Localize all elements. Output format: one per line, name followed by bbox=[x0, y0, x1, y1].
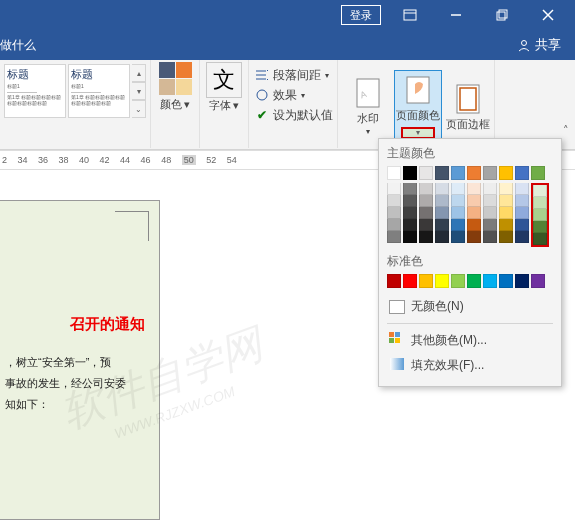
color-swatch[interactable] bbox=[419, 274, 433, 288]
color-swatch[interactable] bbox=[387, 183, 401, 195]
color-swatch[interactable] bbox=[483, 166, 497, 180]
effects-button[interactable]: 效果▾ bbox=[255, 86, 333, 104]
paragraph-spacing-button[interactable]: 段落间距▾ bbox=[255, 66, 333, 84]
color-swatch[interactable] bbox=[403, 231, 417, 243]
color-swatch[interactable] bbox=[419, 207, 433, 219]
color-swatch[interactable] bbox=[451, 207, 465, 219]
color-swatch[interactable] bbox=[451, 231, 465, 243]
color-swatch[interactable] bbox=[483, 207, 497, 219]
color-swatch[interactable] bbox=[499, 183, 513, 195]
watermark-button[interactable]: A 水印▾ bbox=[344, 74, 392, 137]
color-swatch[interactable] bbox=[467, 166, 481, 180]
color-swatch[interactable] bbox=[515, 274, 529, 288]
color-swatch[interactable] bbox=[403, 207, 417, 219]
color-swatch[interactable] bbox=[467, 231, 481, 243]
style-item-2[interactable]: 标题 标题1——————第1章 标题标题标题标题标题标题标题标题 bbox=[68, 64, 130, 118]
color-swatch[interactable] bbox=[515, 166, 529, 180]
style-up-button[interactable]: ▴ bbox=[132, 64, 146, 82]
color-swatch[interactable] bbox=[403, 219, 417, 231]
color-swatch[interactable] bbox=[533, 233, 547, 245]
color-swatch[interactable] bbox=[533, 185, 547, 197]
color-swatch[interactable] bbox=[483, 183, 497, 195]
styles-gallery[interactable]: 标题 标题1——————第1章 标题标题标题标题标题标题标题标题 标题 标题1—… bbox=[0, 60, 151, 148]
theme-fonts-button[interactable]: 文 字体▾ bbox=[204, 62, 244, 113]
color-swatch[interactable] bbox=[435, 195, 449, 207]
color-swatch[interactable] bbox=[483, 231, 497, 243]
color-swatch[interactable] bbox=[387, 207, 401, 219]
restore-button[interactable] bbox=[479, 0, 525, 30]
svg-rect-3 bbox=[497, 12, 505, 20]
color-swatch[interactable] bbox=[387, 231, 401, 243]
ribbon-display-button[interactable] bbox=[387, 0, 433, 30]
style-down-button[interactable]: ▾ bbox=[132, 82, 146, 100]
color-swatch[interactable] bbox=[499, 195, 513, 207]
color-swatch[interactable] bbox=[403, 183, 417, 195]
page-border-button[interactable]: 页面边框 bbox=[444, 80, 492, 130]
set-default-button[interactable]: ✔ 设为默认值 bbox=[255, 106, 333, 124]
color-swatch[interactable] bbox=[451, 219, 465, 231]
color-swatch[interactable] bbox=[533, 197, 547, 209]
color-swatch[interactable] bbox=[499, 219, 513, 231]
collapse-ribbon-button[interactable]: ˄ bbox=[563, 124, 569, 137]
color-swatch[interactable] bbox=[451, 183, 465, 195]
color-swatch[interactable] bbox=[499, 231, 513, 243]
color-swatch[interactable] bbox=[451, 274, 465, 288]
document-page[interactable]: 召开的通知 ，树立“安全第一”，预 事故的发生，经公司安委 知如下： bbox=[0, 200, 160, 520]
color-swatch[interactable] bbox=[435, 231, 449, 243]
page-color-split-dropdown[interactable]: ▾ bbox=[401, 127, 435, 139]
color-swatch[interactable] bbox=[419, 195, 433, 207]
color-swatch[interactable] bbox=[515, 195, 529, 207]
close-button[interactable] bbox=[525, 0, 571, 30]
theme-colors-button[interactable]: 颜色▾ bbox=[155, 62, 195, 112]
color-swatch[interactable] bbox=[499, 274, 513, 288]
color-swatch[interactable] bbox=[467, 183, 481, 195]
color-swatch[interactable] bbox=[533, 221, 547, 233]
color-swatch[interactable] bbox=[435, 183, 449, 195]
color-swatch[interactable] bbox=[419, 166, 433, 180]
page-color-button[interactable]: 页面颜色 ▾ bbox=[394, 70, 442, 139]
color-swatch[interactable] bbox=[483, 219, 497, 231]
minimize-button[interactable] bbox=[433, 0, 479, 30]
color-swatch[interactable] bbox=[451, 195, 465, 207]
color-swatch[interactable] bbox=[515, 231, 529, 243]
color-swatch[interactable] bbox=[403, 274, 417, 288]
color-swatch[interactable] bbox=[467, 219, 481, 231]
color-swatch[interactable] bbox=[499, 207, 513, 219]
color-swatch[interactable] bbox=[467, 195, 481, 207]
color-swatch[interactable] bbox=[419, 231, 433, 243]
no-color-item[interactable]: 无颜色(N) bbox=[387, 294, 553, 319]
color-swatch[interactable] bbox=[515, 183, 529, 195]
color-swatch[interactable] bbox=[499, 166, 513, 180]
style-more-button[interactable]: ⌄ bbox=[132, 100, 146, 118]
color-swatch[interactable] bbox=[435, 274, 449, 288]
color-swatch[interactable] bbox=[515, 219, 529, 231]
share-button[interactable]: 共享 bbox=[517, 36, 561, 54]
more-colors-item[interactable]: 其他颜色(M)... bbox=[387, 328, 553, 353]
color-swatch[interactable] bbox=[515, 207, 529, 219]
style-item-1[interactable]: 标题 标题1——————第1章 标题标题标题标题标题标题标题标题 bbox=[4, 64, 66, 118]
color-swatch[interactable] bbox=[483, 274, 497, 288]
color-swatch[interactable] bbox=[483, 195, 497, 207]
ruler-mark: 46 bbox=[141, 155, 151, 165]
color-swatch[interactable] bbox=[435, 219, 449, 231]
color-swatch[interactable] bbox=[387, 166, 401, 180]
color-swatch[interactable] bbox=[403, 166, 417, 180]
color-swatch[interactable] bbox=[533, 209, 547, 221]
color-swatch[interactable] bbox=[387, 219, 401, 231]
color-swatch[interactable] bbox=[387, 274, 401, 288]
color-swatch[interactable] bbox=[467, 274, 481, 288]
tell-me-input[interactable]: 做什么 bbox=[0, 37, 36, 54]
color-swatch[interactable] bbox=[467, 207, 481, 219]
color-swatch[interactable] bbox=[451, 166, 465, 180]
fill-effects-item[interactable]: 填充效果(F)... bbox=[387, 353, 553, 378]
color-swatch[interactable] bbox=[419, 183, 433, 195]
color-swatch[interactable] bbox=[531, 166, 545, 180]
set-default-label: 设为默认值 bbox=[273, 107, 333, 124]
login-button[interactable]: 登录 bbox=[341, 5, 381, 25]
color-swatch[interactable] bbox=[435, 207, 449, 219]
color-swatch[interactable] bbox=[387, 195, 401, 207]
color-swatch[interactable] bbox=[419, 219, 433, 231]
color-swatch[interactable] bbox=[435, 166, 449, 180]
color-swatch[interactable] bbox=[531, 274, 545, 288]
color-swatch[interactable] bbox=[403, 195, 417, 207]
